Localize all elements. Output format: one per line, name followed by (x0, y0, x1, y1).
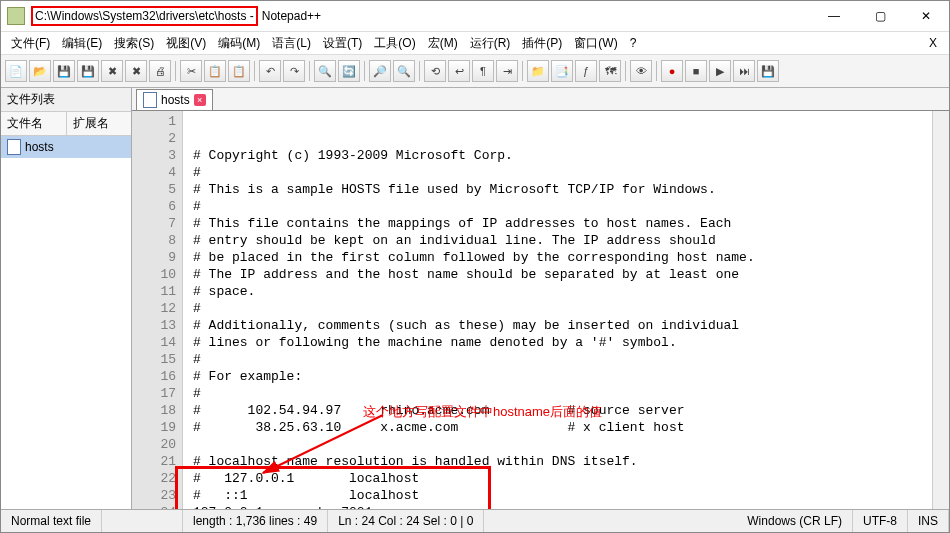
editor[interactable]: 1234567891011121314151617181920212223242… (132, 111, 949, 509)
file-icon (143, 92, 157, 108)
code-line: # This file contains the mappings of IP … (193, 215, 932, 232)
separator-icon (656, 61, 657, 81)
title-path: C:\Windows\System32\drivers\etc\hosts - (31, 6, 258, 26)
indent-icon[interactable]: ⇥ (496, 60, 518, 82)
cut-icon[interactable]: ✂ (180, 60, 202, 82)
funclist-icon[interactable]: ƒ (575, 60, 597, 82)
menu-encoding[interactable]: 编码(M) (212, 33, 266, 54)
file-list-panel: 文件列表 文件名 扩展名 hosts (1, 88, 132, 509)
open-icon[interactable]: 📂 (29, 60, 51, 82)
map-icon[interactable]: 🗺 (599, 60, 621, 82)
code-line: # (193, 198, 932, 215)
playmulti-icon[interactable]: ⏭ (733, 60, 755, 82)
sync-icon[interactable]: ⟲ (424, 60, 446, 82)
stop-icon[interactable]: ■ (685, 60, 707, 82)
separator-icon (625, 61, 626, 81)
status-eol: Windows (CR LF) (737, 510, 853, 532)
separator-icon (522, 61, 523, 81)
code-line: # (193, 300, 932, 317)
separator-icon (254, 61, 255, 81)
status-pos: Ln : 24 Col : 24 Sel : 0 | 0 (328, 510, 484, 532)
code-line: # Copyright (c) 1993-2009 Microsoft Corp… (193, 147, 932, 164)
code-line: # lines or following the machine name de… (193, 334, 932, 351)
col-ext[interactable]: 扩展名 (67, 112, 132, 135)
menu-help[interactable]: ? (624, 34, 643, 52)
replace-icon[interactable]: 🔄 (338, 60, 360, 82)
paste-icon[interactable]: 📋 (228, 60, 250, 82)
tab-hosts[interactable]: hosts × (136, 89, 213, 110)
folder-icon[interactable]: 📁 (527, 60, 549, 82)
tabbar: hosts × (132, 88, 949, 111)
menu-run[interactable]: 运行(R) (464, 33, 517, 54)
code-line: # 38.25.63.10 x.acme.com # x client host (193, 419, 932, 436)
status-length: length : 1,736 lines : 49 (183, 510, 328, 532)
menu-macro[interactable]: 宏(M) (422, 33, 464, 54)
menu-secondary-close[interactable]: X (921, 34, 945, 52)
zoomin-icon[interactable]: 🔎 (369, 60, 391, 82)
panel-title: 文件列表 (1, 88, 131, 112)
code-line: # entry should be kept on an individual … (193, 232, 932, 249)
panel-columns: 文件名 扩展名 (1, 112, 131, 136)
menu-language[interactable]: 语言(L) (266, 33, 317, 54)
code-area[interactable]: # Copyright (c) 1993-2009 Microsoft Corp… (183, 111, 932, 509)
titlebar: C:\Windows\System32\drivers\etc\hosts - … (1, 1, 949, 32)
play-icon[interactable]: ▶ (709, 60, 731, 82)
status-empty (102, 510, 183, 532)
code-line: # The IP address and the host name shoul… (193, 266, 932, 283)
app-window: C:\Windows\System32\drivers\etc\hosts - … (0, 0, 950, 533)
vertical-scrollbar[interactable] (932, 111, 949, 509)
status-enc: UTF-8 (853, 510, 908, 532)
menu-tools[interactable]: 工具(O) (368, 33, 421, 54)
code-line (193, 436, 932, 453)
editor-zone: hosts × 12345678910111213141516171819202… (132, 88, 949, 509)
allchars-icon[interactable]: ¶ (472, 60, 494, 82)
closeall-icon[interactable]: ✖ (125, 60, 147, 82)
close-icon[interactable]: ✖ (101, 60, 123, 82)
code-line: # ::1 localhost (193, 487, 932, 504)
file-list-item[interactable]: hosts (1, 136, 131, 158)
new-icon[interactable]: 📄 (5, 60, 27, 82)
minimize-button[interactable]: ― (811, 2, 857, 30)
print-icon[interactable]: 🖨 (149, 60, 171, 82)
code-line: # 102.54.94.97 rhino.acme.com # source s… (193, 402, 932, 419)
code-line: # For example: (193, 368, 932, 385)
workarea: 文件列表 文件名 扩展名 hosts hosts × 1234567891011… (1, 88, 949, 509)
code-line: # space. (193, 283, 932, 300)
save-icon[interactable]: 💾 (53, 60, 75, 82)
zoomout-icon[interactable]: 🔍 (393, 60, 415, 82)
undo-icon[interactable]: ↶ (259, 60, 281, 82)
menu-window[interactable]: 窗口(W) (568, 33, 623, 54)
savemacro-icon[interactable]: 💾 (757, 60, 779, 82)
menu-settings[interactable]: 设置(T) (317, 33, 368, 54)
code-line: # localhost name resolution is handled w… (193, 453, 932, 470)
line-gutter: 1234567891011121314151617181920212223242… (132, 111, 183, 509)
doclist-icon[interactable]: 📑 (551, 60, 573, 82)
find-icon[interactable]: 🔍 (314, 60, 336, 82)
code-line: # (193, 351, 932, 368)
tab-label: hosts (161, 93, 190, 107)
menu-view[interactable]: 视图(V) (160, 33, 212, 54)
redo-icon[interactable]: ↷ (283, 60, 305, 82)
menu-search[interactable]: 搜索(S) (108, 33, 160, 54)
tab-close-icon[interactable]: × (194, 94, 206, 106)
status-ins: INS (908, 510, 949, 532)
menu-edit[interactable]: 编辑(E) (56, 33, 108, 54)
maximize-button[interactable]: ▢ (857, 2, 903, 30)
monitor-icon[interactable]: 👁 (630, 60, 652, 82)
toolbar: 📄 📂 💾 💾 ✖ ✖ 🖨 ✂ 📋 📋 ↶ ↷ 🔍 🔄 🔎 🔍 ⟲ ↩ ¶ ⇥ … (1, 55, 949, 88)
statusbar: Normal text file length : 1,736 lines : … (1, 509, 949, 532)
saveall-icon[interactable]: 💾 (77, 60, 99, 82)
code-line: # (193, 385, 932, 402)
code-line: # 127.0.0.1 localhost (193, 470, 932, 487)
col-filename[interactable]: 文件名 (1, 112, 67, 135)
copy-icon[interactable]: 📋 (204, 60, 226, 82)
record-icon[interactable]: ● (661, 60, 683, 82)
close-button[interactable]: ✕ (903, 2, 949, 30)
menu-file[interactable]: 文件(F) (5, 33, 56, 54)
wrap-icon[interactable]: ↩ (448, 60, 470, 82)
code-line: 127.0.0.1 eureka-7001 (193, 504, 932, 509)
app-icon (7, 7, 25, 25)
code-line: # This is a sample HOSTS file used by Mi… (193, 181, 932, 198)
menu-plugins[interactable]: 插件(P) (516, 33, 568, 54)
menubar: 文件(F) 编辑(E) 搜索(S) 视图(V) 编码(M) 语言(L) 设置(T… (1, 32, 949, 55)
